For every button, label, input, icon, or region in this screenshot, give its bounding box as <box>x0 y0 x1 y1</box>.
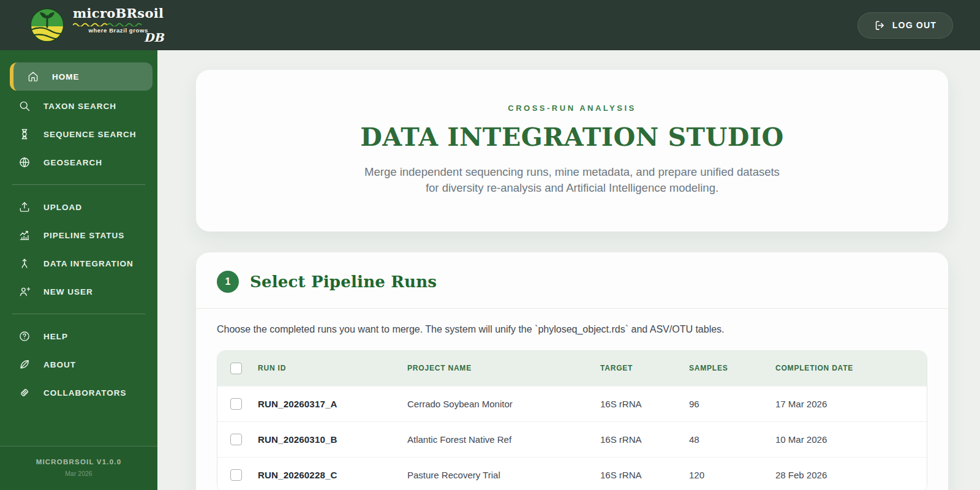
row-checkbox[interactable] <box>230 469 242 481</box>
page-title: DATA INTEGRATION STUDIO <box>233 123 911 152</box>
pipeline-runs-table: RUN ID PROJECT NAME TARGET SAMPLES COMPL… <box>217 350 927 490</box>
column-header-target: TARGET <box>590 351 679 386</box>
table-row: RUN_20260317_A Cerrado Soybean Monitor 1… <box>217 386 927 421</box>
sidebar-item-upload[interactable]: UPLOAD <box>0 193 157 221</box>
sidebar-footer: MICROBRSOIL V1.0.0 Mar 2026 <box>0 446 157 490</box>
hero-subtitle-line1: Merge independent sequencing runs, mine … <box>233 164 911 180</box>
sidebar-item-data-integration[interactable]: DATA INTEGRATION <box>0 249 157 277</box>
target-cell: 16S rRNA <box>590 457 679 490</box>
sidebar-item-label: TAXON SEARCH <box>43 102 116 111</box>
table-row: RUN_20260310_B Atlantic Forest Native Re… <box>217 421 927 457</box>
brand-text: microBRsoil where Brazil grows DB <box>73 7 164 43</box>
home-icon <box>27 70 39 83</box>
date-cell: 17 Mar 2026 <box>766 386 927 421</box>
app-build-date: Mar 2026 <box>0 470 157 477</box>
chart-icon <box>18 229 31 241</box>
hero-eyebrow: CROSS-RUN ANALYSIS <box>233 104 911 113</box>
table-header-row: RUN ID PROJECT NAME TARGET SAMPLES COMPL… <box>217 351 927 386</box>
run-id-cell: RUN_20260228_C <box>248 457 398 490</box>
upload-icon <box>18 201 31 213</box>
samples-cell: 48 <box>679 421 766 457</box>
sidebar-item-label: UPLOAD <box>43 203 82 212</box>
column-header-samples: SAMPLES <box>679 351 766 386</box>
sidebar-item-taxon-search[interactable]: TAXON SEARCH <box>0 92 157 120</box>
search-icon <box>18 100 31 112</box>
sidebar-item-about[interactable]: ABOUT <box>0 350 157 379</box>
sidebar-item-label: HOME <box>52 72 80 81</box>
help-icon <box>18 330 31 342</box>
date-cell: 10 Mar 2026 <box>766 421 927 457</box>
date-cell: 28 Feb 2026 <box>766 457 927 490</box>
hero-subtitle: Merge independent sequencing runs, mine … <box>233 164 911 196</box>
column-header-project-name: PROJECT NAME <box>398 351 590 386</box>
sidebar-item-label: SEQUENCE SEARCH <box>43 130 137 139</box>
sidebar-divider <box>12 314 145 314</box>
brand-db-label: DB <box>144 32 164 43</box>
sidebar-item-label: NEW USER <box>43 287 93 296</box>
sidebar-item-label: ABOUT <box>43 360 76 369</box>
logout-icon <box>874 20 886 31</box>
target-cell: 16S rRNA <box>590 421 679 457</box>
select-runs-header: 1 Select Pipeline Runs <box>196 252 948 308</box>
brand-name: microBRsoil <box>73 7 164 20</box>
sidebar-item-pipeline-status[interactable]: PIPELINE STATUS <box>0 221 157 249</box>
section-description: Choose the completed runs you want to me… <box>217 324 927 335</box>
sidebar-item-collaborators[interactable]: COLLABORATORS <box>0 379 157 407</box>
step-number-badge: 1 <box>217 271 239 293</box>
select-runs-card: 1 Select Pipeline Runs Choose the comple… <box>196 252 948 490</box>
leaf-icon <box>18 358 31 371</box>
brand-logo: microBRsoil where Brazil grows DB <box>29 7 164 43</box>
sidebar-item-label: DATA INTEGRATION <box>43 259 134 268</box>
logo-icon <box>29 7 65 43</box>
sidebar-item-sequence-search[interactable]: SEQUENCE SEARCH <box>0 120 157 148</box>
sidebar-divider <box>12 184 145 185</box>
sidebar-item-label: HELP <box>43 332 68 341</box>
globe-icon <box>18 156 31 168</box>
section-title: Select Pipeline Runs <box>250 273 437 291</box>
project-cell: Cerrado Soybean Monitor <box>398 386 590 421</box>
column-header-run-id: RUN ID <box>248 351 398 386</box>
samples-cell: 120 <box>679 457 766 490</box>
hero-card: CROSS-RUN ANALYSIS DATA INTEGRATION STUD… <box>196 70 948 232</box>
target-cell: 16S rRNA <box>590 386 679 421</box>
project-cell: Atlantic Forest Native Ref <box>398 421 590 457</box>
sidebar: HOME TAXON SEARCH SEQUENCE SEARCH GEOSEA… <box>0 50 157 490</box>
hero-subtitle-line2: for diversity re-analysis and Artificial… <box>233 180 911 196</box>
sidebar-item-help[interactable]: HELP <box>0 322 157 350</box>
project-cell: Pasture Recovery Trial <box>398 457 590 490</box>
table-row: RUN_20260228_C Pasture Recovery Trial 16… <box>217 457 927 490</box>
row-checkbox[interactable] <box>230 398 242 410</box>
sidebar-item-label: PIPELINE STATUS <box>43 231 124 240</box>
column-header-completion-date: COMPLETION DATE <box>766 351 927 386</box>
user-plus-icon <box>18 285 31 298</box>
app-window: microBRsoil where Brazil grows DB LOG OU… <box>0 0 980 490</box>
run-id-cell: RUN_20260310_B <box>248 421 398 457</box>
run-id-cell: RUN_20260317_A <box>248 386 398 421</box>
app-version: MICROBRSOIL V1.0.0 <box>0 458 157 466</box>
samples-cell: 96 <box>679 386 766 421</box>
select-all-checkbox[interactable] <box>230 363 242 374</box>
sidebar-item-label: COLLABORATORS <box>43 388 127 398</box>
main-content: CROSS-RUN ANALYSIS DATA INTEGRATION STUD… <box>157 50 980 490</box>
row-checkbox[interactable] <box>230 434 242 445</box>
sidebar-item-new-user[interactable]: NEW USER <box>0 277 157 306</box>
logo-wave-icon <box>73 22 145 26</box>
handshake-icon <box>18 386 31 399</box>
sidebar-item-geosearch[interactable]: GEOSEARCH <box>0 148 157 176</box>
sidebar-item-label: GEOSEARCH <box>43 158 102 167</box>
logout-button[interactable]: LOG OUT <box>858 12 953 39</box>
dna-icon <box>18 128 31 140</box>
topbar: microBRsoil where Brazil grows DB LOG OU… <box>0 0 980 50</box>
sidebar-item-home[interactable]: HOME <box>10 62 153 91</box>
merge-icon <box>18 257 31 270</box>
logout-label: LOG OUT <box>892 20 937 30</box>
